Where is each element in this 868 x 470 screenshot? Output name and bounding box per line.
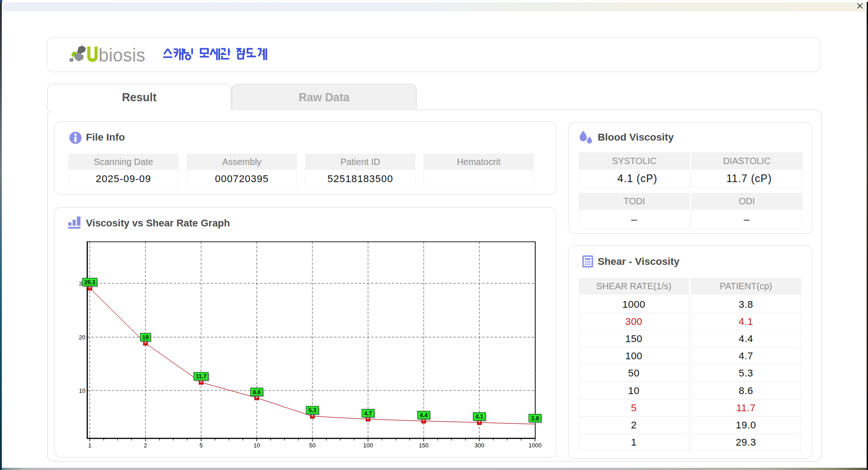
svg-text:4.4: 4.4 [420, 412, 428, 418]
svg-text:3.8: 3.8 [531, 415, 539, 422]
svg-text:1000: 1000 [528, 442, 542, 449]
svg-text:300: 300 [474, 442, 484, 449]
svg-text:29.3: 29.3 [84, 279, 95, 286]
svg-text:19: 19 [142, 334, 149, 341]
svg-text:20: 20 [79, 334, 85, 341]
svg-text:4.7: 4.7 [364, 410, 372, 417]
svg-text:5: 5 [199, 442, 203, 449]
svg-text:10: 10 [79, 387, 85, 394]
svg-text:5.3: 5.3 [308, 407, 316, 414]
svg-text:100: 100 [363, 442, 373, 449]
svg-text:8.6: 8.6 [253, 389, 260, 395]
svg-text:11.7: 11.7 [196, 373, 207, 380]
svg-text:10: 10 [254, 442, 260, 449]
svg-text:4.1: 4.1 [476, 414, 483, 420]
svg-text:50: 50 [309, 442, 316, 449]
svg-text:2: 2 [144, 442, 147, 449]
svg-text:1: 1 [88, 442, 91, 449]
svg-text:150: 150 [419, 442, 429, 449]
